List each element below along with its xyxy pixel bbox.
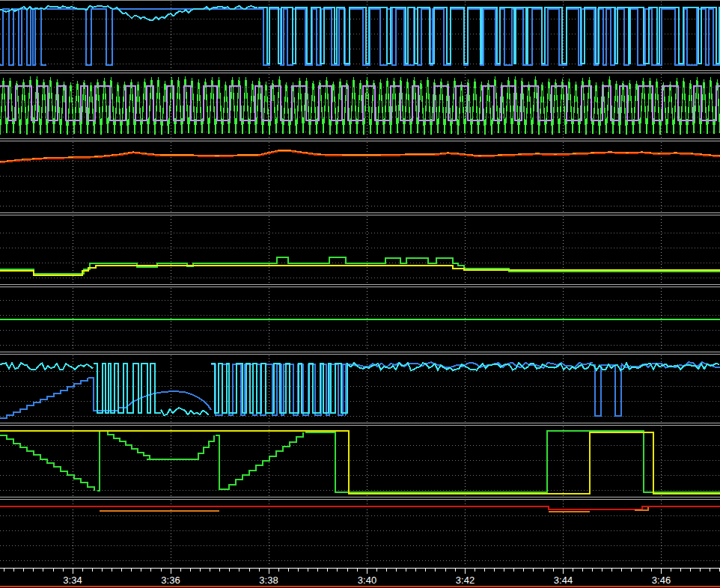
trace bbox=[0, 431, 720, 494]
trace-canvas-panel-analog-red-orange bbox=[0, 142, 720, 212]
graph-window: 3:343:363:383:403:423:443:46 bbox=[0, 0, 720, 588]
time-axis[interactable]: 3:343:363:383:403:423:443:46 bbox=[0, 566, 720, 586]
trace bbox=[94, 364, 161, 413]
time-axis-canvas: 3:343:363:383:403:423:443:46 bbox=[0, 566, 720, 586]
trace bbox=[258, 7, 720, 64]
panel-digital-blue[interactable] bbox=[0, 1, 720, 70]
trace bbox=[258, 9, 720, 65]
trace-canvas-panel-digital-blue bbox=[0, 1, 720, 70]
trace bbox=[0, 363, 93, 370]
trace bbox=[88, 378, 126, 411]
time-axis-label: 3:38 bbox=[259, 575, 278, 586]
panel-noisy-cyan-blue[interactable] bbox=[0, 355, 720, 422]
trace-canvas-panel-ramp-green-yellow bbox=[0, 426, 720, 496]
trace bbox=[161, 408, 209, 415]
trace bbox=[0, 378, 88, 418]
trace bbox=[0, 266, 720, 275]
time-axis-label: 3:36 bbox=[161, 575, 180, 586]
panel-step-yellow-green[interactable] bbox=[0, 216, 720, 284]
panel-analog-red-orange[interactable] bbox=[0, 142, 720, 212]
trace bbox=[0, 9, 46, 65]
trace bbox=[102, 431, 150, 459]
panel-stack bbox=[0, 1, 720, 566]
trace bbox=[193, 435, 214, 459]
trace-canvas-panel-noisy-cyan-blue bbox=[0, 355, 720, 422]
trace bbox=[0, 76, 720, 135]
time-axis-label: 3:40 bbox=[358, 575, 376, 586]
trace-canvas-panel-oscillating-green-purple bbox=[0, 74, 720, 138]
trace bbox=[211, 364, 346, 415]
panel-constant-green[interactable] bbox=[0, 288, 720, 351]
trace bbox=[222, 432, 303, 489]
trace bbox=[635, 507, 648, 510]
trace-canvas-panel-flat-red-orange bbox=[0, 500, 720, 566]
time-axis-label: 3:44 bbox=[554, 575, 573, 586]
trace bbox=[0, 435, 94, 491]
time-axis-label: 3:34 bbox=[63, 575, 82, 586]
trace-canvas-panel-step-yellow-green bbox=[0, 216, 720, 284]
time-axis-label: 3:42 bbox=[456, 575, 475, 586]
trace bbox=[216, 435, 222, 489]
trace bbox=[0, 6, 257, 21]
panel-ramp-green-yellow[interactable] bbox=[0, 426, 720, 496]
trace bbox=[0, 506, 720, 509]
trace bbox=[594, 365, 621, 416]
trace-canvas-panel-constant-green bbox=[0, 288, 720, 351]
panel-flat-red-orange[interactable] bbox=[0, 500, 720, 566]
time-axis-label: 3:46 bbox=[652, 575, 671, 586]
trace bbox=[46, 9, 258, 65]
trace bbox=[211, 364, 348, 413]
trace bbox=[305, 431, 720, 492]
panel-oscillating-green-purple[interactable] bbox=[0, 74, 720, 138]
trace bbox=[97, 431, 102, 491]
